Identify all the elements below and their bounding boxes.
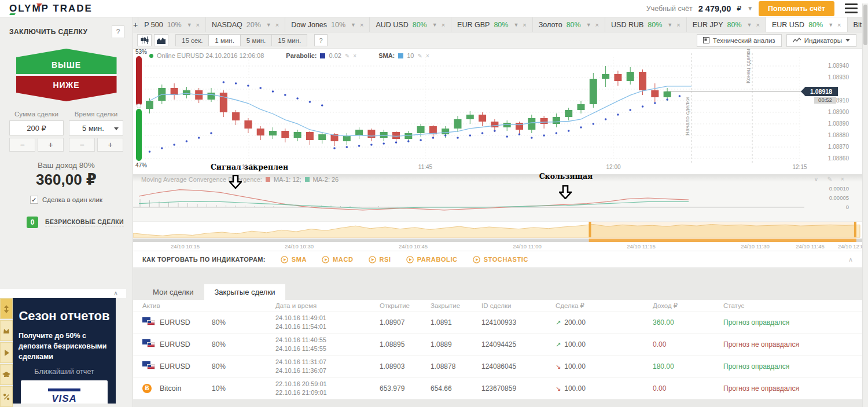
time-minus-button[interactable]: − (69, 138, 95, 152)
main-area: + P 50010%▼×NASDAQ20%▼×Dow Jones10%▼×AUD… (133, 17, 862, 407)
open-price: 653.979 (380, 384, 431, 393)
timeline-scrubber[interactable] (133, 222, 862, 243)
amount-minus-button[interactable]: − (9, 138, 35, 152)
howto-link-stochastic[interactable]: STOCHASTIC (473, 256, 528, 263)
technical-analysis-button[interactable]: Технический анализ (697, 34, 782, 47)
table-row[interactable]: EURUSD80%24.10.16 11:40:5524.10.16 11:45… (133, 333, 862, 355)
tab-aud-usd[interactable]: AUD USD80%▼× (370, 17, 451, 32)
table-row[interactable]: EURUSD80%24.10.16 11:31:0724.10.16 11:36… (133, 355, 862, 377)
chevron-up-icon[interactable]: ∧ (848, 256, 853, 263)
close-icon[interactable]: × (676, 21, 680, 28)
chevron-down-icon[interactable]: ▼ (667, 22, 672, 28)
play-circle-icon (281, 256, 288, 263)
time-plus-button[interactable]: + (97, 138, 123, 152)
promo-banner[interactable]: Сезон отчетов Получите до 50% с депозита… (13, 298, 116, 404)
edit-icon[interactable]: ✎ (345, 53, 350, 59)
column-header: Статус (723, 302, 862, 309)
time-select-value: 5 мин. (82, 124, 104, 133)
chevron-down-icon[interactable]: ▼ (187, 22, 192, 28)
howto-link-macd[interactable]: MACD (322, 256, 353, 263)
close-icon[interactable]: × (837, 21, 841, 28)
promo-play-icon[interactable] (0, 342, 13, 363)
close-icon[interactable]: × (196, 21, 200, 28)
chevron-down-icon[interactable]: ▼ (747, 5, 753, 12)
price-chart[interactable]: 53% 47% Online EURUSD 24.10.2016 12:06:0… (133, 49, 862, 174)
amount-input[interactable]: 200 ₽ (9, 120, 64, 135)
svg-text:0.00010: 0.00010 (829, 185, 849, 192)
close-icon[interactable]: × (353, 53, 356, 59)
table-row[interactable]: EURUSD80%24.10.16 11:49:0124.10.16 11:54… (133, 311, 862, 333)
trades-tab-closed[interactable]: Закрытые сделки (204, 284, 286, 300)
asset-tabs: + P 50010%▼×NASDAQ20%▼×Dow Jones10%▼×AUD… (133, 17, 862, 32)
scrollbar-thumb[interactable] (863, 5, 867, 45)
lower-button[interactable]: НИЖЕ (16, 76, 117, 101)
timeframe-button-15сек[interactable]: 15 сек. (175, 34, 209, 46)
page-scrollbar[interactable] (862, 3, 868, 407)
promo-crown-icon[interactable] (0, 320, 13, 341)
candlestick-canvas[interactable]: Начало сделкиКонец сделки1.089401.089301… (133, 49, 862, 174)
chevron-down-icon[interactable]: ▼ (586, 22, 591, 28)
macd-controls[interactable]: ∨ ✎ × (814, 175, 848, 182)
close-icon[interactable]: × (275, 21, 279, 28)
scrubber-canvas[interactable] (133, 222, 862, 243)
tab-usd-rub[interactable]: USD RUB80%▼× (605, 17, 687, 32)
howto-link-parabolic[interactable]: PARABOLIC (406, 256, 458, 263)
chevron-down-icon[interactable]: ▼ (828, 22, 833, 28)
tab-p-500[interactable]: P 50010%▼× (138, 17, 206, 32)
close-icon[interactable]: × (442, 21, 445, 28)
close-icon[interactable]: × (426, 53, 429, 59)
time-select[interactable]: 5 мин. (69, 120, 123, 135)
indicators-button[interactable]: Индикаторы (786, 34, 856, 47)
chevron-down-icon (845, 39, 850, 42)
promo-updown-icon[interactable] (0, 298, 13, 319)
close-icon[interactable]: × (360, 21, 363, 28)
olymp-trade-logo[interactable]: OLYMP TRADE (9, 3, 93, 14)
deposit-button[interactable]: Пополнить счёт (759, 1, 834, 16)
chart-help-button[interactable]: ? (314, 34, 328, 46)
howto-link-rsi[interactable]: RSI (369, 256, 391, 263)
tab-eur-jpy[interactable]: EUR JPY80%▼× (687, 17, 766, 32)
trades-table-body: EURUSD80%24.10.16 11:49:0124.10.16 11:54… (133, 311, 862, 399)
tab-eur-gbp[interactable]: EUR GBP80%▼× (451, 17, 533, 32)
howto-link-sma[interactable]: SMA (281, 256, 307, 263)
close-icon[interactable]: × (595, 21, 599, 28)
chevron-down-icon[interactable]: ▼ (513, 22, 518, 28)
candlestick-chart-type-button[interactable] (137, 34, 152, 46)
chevron-down-icon[interactable]: ▼ (266, 22, 271, 28)
promo-percent-icon[interactable] (0, 386, 13, 407)
chevron-down-icon[interactable]: ▼ (432, 22, 437, 28)
chart-legend: Online EURUSD 24.10.2016 12:06:08 Parabo… (149, 52, 429, 59)
checkbox-checked-icon[interactable]: ✓ (30, 196, 38, 204)
tab-dow-jones[interactable]: Dow Jones10%▼× (285, 17, 370, 32)
trades-tab-my[interactable]: Мои сделки (142, 284, 204, 300)
add-asset-tab-button[interactable]: + (133, 17, 138, 32)
tab-eur-usd[interactable]: EUR USD80%▼× (766, 17, 848, 32)
edit-icon[interactable]: ✎ (418, 53, 422, 59)
tab-золото[interactable]: Золото80%▼× (533, 17, 605, 32)
riskfree-deals[interactable]: 0 БЕЗРИСКОВЫЕ СДЕЛКИ (27, 217, 133, 228)
macd-panel[interactable]: Moving Average Convergence Divergence: M… (133, 174, 862, 222)
amount-plus-button[interactable]: + (38, 138, 64, 152)
sidebar-help-button[interactable]: ? (112, 25, 124, 38)
asset-percent: 80% (212, 340, 275, 349)
timeframe-button-15мин[interactable]: 15 мин. (272, 34, 307, 46)
tab-nasdaq[interactable]: NASDAQ20%▼× (206, 17, 285, 32)
table-row[interactable]: ɃBitcoin10%22.10.16 20:59:0122.10.16 21:… (133, 377, 862, 399)
chevron-up-icon[interactable]: ∧ (113, 289, 118, 297)
promo-education-icon[interactable] (0, 364, 13, 385)
chevron-down-icon[interactable]: ▼ (747, 22, 752, 28)
chevron-down-icon[interactable]: ▼ (351, 22, 356, 28)
trade-sidebar: ЗАКЛЮЧИТЬ СДЕЛКУ ? ВЫШЕ НИЖЕ Сумма сделк… (0, 17, 133, 407)
timeframe-button-5мин[interactable]: 5 мин. (241, 34, 272, 46)
close-icon[interactable]: × (756, 21, 759, 28)
area-chart-type-button[interactable] (154, 34, 168, 46)
zigzag-icon (793, 38, 801, 43)
one-click-toggle[interactable]: ✓ Сделка в один клик (0, 196, 133, 204)
timeframe-button-1мин[interactable]: 1 мин. (209, 34, 240, 46)
menu-icon[interactable] (845, 3, 858, 13)
higher-button[interactable]: ВЫШЕ (16, 49, 117, 74)
asset-icon-cell (133, 339, 160, 349)
arrow-up-icon: ↗ (556, 341, 561, 348)
close-icon[interactable]: × (523, 21, 526, 28)
promo-collapse-bar[interactable]: ∧ (0, 289, 126, 298)
